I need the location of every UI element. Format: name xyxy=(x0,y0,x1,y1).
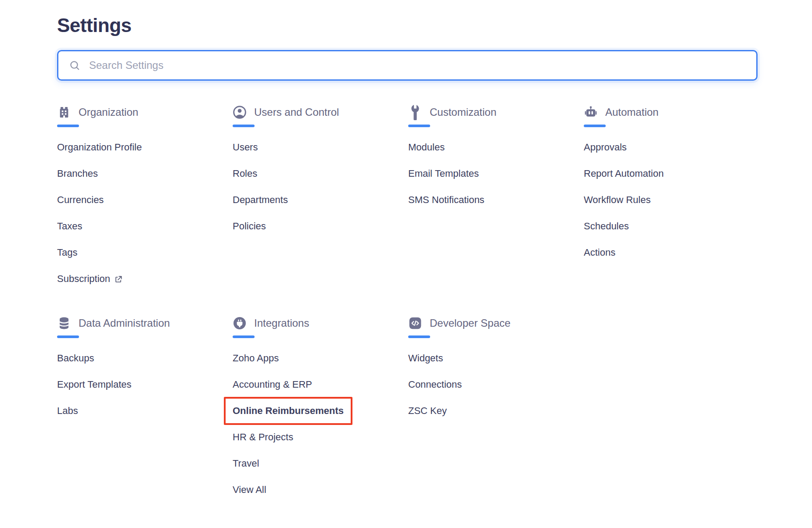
link-approvals[interactable]: Approvals xyxy=(584,142,627,153)
section-data-administration-header: Data Administration xyxy=(57,316,233,330)
section-organization-label: Organization xyxy=(79,106,138,118)
link-departments[interactable]: Departments xyxy=(233,194,288,206)
link-zoho-apps[interactable]: Zoho Apps xyxy=(233,353,279,364)
list-item: HR & Projects xyxy=(233,424,408,450)
list-item: Tags xyxy=(57,239,233,266)
code-icon xyxy=(408,316,422,330)
external-link-icon xyxy=(114,275,122,284)
database-icon xyxy=(57,316,71,330)
list-item: Subscription xyxy=(57,266,233,292)
link-schedules[interactable]: Schedules xyxy=(584,221,629,232)
user-circle-icon xyxy=(233,105,247,119)
section-integrations: Integrations Zoho Apps Accounting & ERP … xyxy=(233,316,408,503)
link-travel[interactable]: Travel xyxy=(233,458,259,469)
section-integrations-header: Integrations xyxy=(233,316,408,330)
link-organization-profile[interactable]: Organization Profile xyxy=(57,142,142,153)
section-customization-header: Customization xyxy=(408,105,584,119)
list-item: Departments xyxy=(233,187,408,213)
link-workflow-rules[interactable]: Workflow Rules xyxy=(584,194,650,206)
building-icon xyxy=(57,105,71,119)
link-branches[interactable]: Branches xyxy=(57,168,98,179)
section-users-and-control-label: Users and Control xyxy=(254,106,339,118)
settings-page: Settings xyxy=(0,0,812,503)
link-labs[interactable]: Labs xyxy=(57,405,78,417)
section-automation-label: Automation xyxy=(605,106,658,118)
list-item: Users xyxy=(233,134,408,161)
search-icon xyxy=(69,60,80,71)
list-item: Zoho Apps xyxy=(233,345,408,371)
list-item: Approvals xyxy=(584,134,759,161)
section-users-and-control-header: Users and Control xyxy=(233,105,408,119)
list-item: Modules xyxy=(408,134,584,161)
section-organization: Organization Organization Profile Branch… xyxy=(57,105,233,316)
list-item: Branches xyxy=(57,161,233,187)
list-item: Widgets xyxy=(408,345,584,371)
section-underline xyxy=(233,125,255,127)
section-underline xyxy=(233,335,255,338)
list-item: Policies xyxy=(233,213,408,239)
link-policies[interactable]: Policies xyxy=(233,221,266,232)
list-item: Accounting & ERP xyxy=(233,371,408,398)
section-automation-header: Automation xyxy=(584,105,759,119)
highlight-box: Online Reimbursements xyxy=(224,397,352,425)
link-hr-projects[interactable]: HR & Projects xyxy=(233,432,293,443)
section-underline xyxy=(57,125,79,127)
list-item: Travel xyxy=(233,450,408,477)
link-online-reimbursements[interactable]: Online Reimbursements xyxy=(233,405,344,417)
section-developer-space: Developer Space Widgets Connections ZSC … xyxy=(408,316,584,503)
link-email-templates[interactable]: Email Templates xyxy=(408,168,479,179)
list-item: Currencies xyxy=(57,187,233,213)
link-view-all[interactable]: View All xyxy=(233,484,266,496)
list-item: ZSC Key xyxy=(408,398,584,424)
section-developer-space-header: Developer Space xyxy=(408,316,584,330)
list-item: Actions xyxy=(584,239,759,266)
robot-icon xyxy=(584,105,598,119)
list-item: Connections xyxy=(408,371,584,398)
link-widgets[interactable]: Widgets xyxy=(408,353,443,364)
link-currencies[interactable]: Currencies xyxy=(57,194,104,206)
section-data-administration: Data Administration Backups Export Templ… xyxy=(57,316,233,503)
list-item: Schedules xyxy=(584,213,759,239)
settings-grid: Organization Organization Profile Branch… xyxy=(57,105,812,503)
link-users[interactable]: Users xyxy=(233,142,258,153)
list-item: Backups xyxy=(57,345,233,371)
section-integrations-label: Integrations xyxy=(254,317,309,329)
section-underline xyxy=(408,125,430,127)
section-developer-space-label: Developer Space xyxy=(430,317,510,329)
list-item: SMS Notifications xyxy=(408,187,584,213)
link-roles[interactable]: Roles xyxy=(233,168,257,179)
link-subscription[interactable]: Subscription xyxy=(57,273,122,285)
section-underline xyxy=(408,335,430,338)
link-connections[interactable]: Connections xyxy=(408,379,462,390)
link-zsc-key[interactable]: ZSC Key xyxy=(408,405,447,417)
section-customization-label: Customization xyxy=(430,106,496,118)
section-users-and-control: Users and Control Users Roles Department… xyxy=(233,105,408,316)
list-item: Online Reimbursements xyxy=(233,398,408,424)
section-underline xyxy=(57,335,79,338)
section-underline xyxy=(584,125,606,127)
link-export-templates[interactable]: Export Templates xyxy=(57,379,132,390)
link-tags[interactable]: Tags xyxy=(57,247,77,258)
link-backups[interactable]: Backups xyxy=(57,353,94,364)
link-taxes[interactable]: Taxes xyxy=(57,221,82,232)
link-report-automation[interactable]: Report Automation xyxy=(584,168,664,179)
section-automation: Automation Approvals Report Automation W… xyxy=(584,105,759,316)
list-item: Report Automation xyxy=(584,161,759,187)
wrench-icon xyxy=(408,105,422,119)
list-item: Email Templates xyxy=(408,161,584,187)
link-modules[interactable]: Modules xyxy=(408,142,445,153)
search-input[interactable] xyxy=(88,59,746,72)
link-actions[interactable]: Actions xyxy=(584,247,615,258)
list-item: Labs xyxy=(57,398,233,424)
link-sms-notifications[interactable]: SMS Notifications xyxy=(408,194,485,206)
list-item: Export Templates xyxy=(57,371,233,398)
section-data-administration-label: Data Administration xyxy=(79,317,170,329)
page-title: Settings xyxy=(57,14,812,37)
list-item: Taxes xyxy=(57,213,233,239)
list-item: Roles xyxy=(233,161,408,187)
plug-circle-icon xyxy=(233,316,247,330)
link-accounting-erp[interactable]: Accounting & ERP xyxy=(233,379,312,390)
section-customization: Customization Modules Email Templates SM… xyxy=(408,105,584,316)
list-item: Workflow Rules xyxy=(584,187,759,213)
search-bar[interactable] xyxy=(57,50,758,81)
